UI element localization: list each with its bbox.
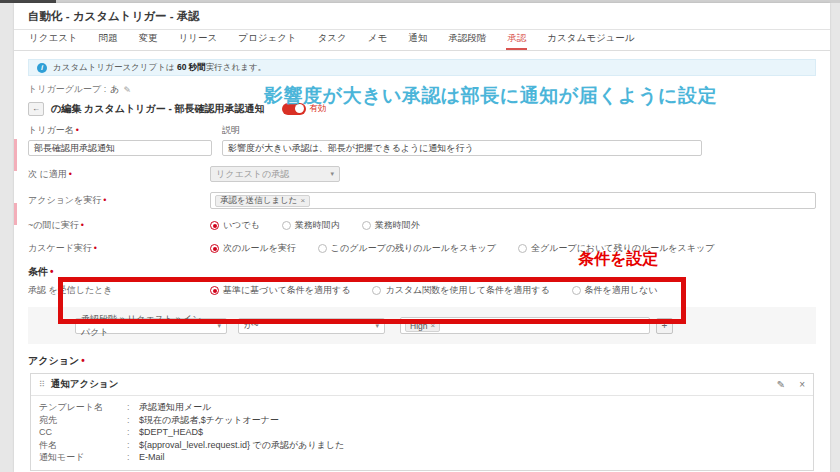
enabled-toggle-wrap: 有効	[282, 103, 327, 115]
action-detail-row: CC:$DEPT_HEAD$	[39, 426, 805, 439]
apply-to-select[interactable]: リクエストの承認 ▾	[210, 166, 340, 182]
radio-skip-group-rules[interactable]: このグループの残りのルールをスキップ	[318, 242, 496, 255]
tab-request[interactable]: リクエスト	[28, 28, 79, 50]
tab-approval[interactable]: 承認	[506, 28, 527, 50]
execute-during-label: ~の間に実行•	[28, 219, 210, 232]
required-marker: •	[94, 243, 97, 253]
execute-during-row: ~の間に実行• いつでも 業務時間内 業務時間外	[28, 219, 816, 232]
conditions-section-title: 条件•	[28, 265, 816, 279]
condition-when-label: 承認 を受信したとき	[28, 284, 210, 297]
edit-action-icon[interactable]: ✎	[777, 379, 785, 390]
action-card-header: ⠿ 通知アクション ✎ ×	[31, 374, 813, 396]
radio-no-condition[interactable]: 条件を適用しない	[572, 284, 658, 297]
tab-custom-module[interactable]: カスタムモジュール	[546, 28, 635, 50]
trigger-name-label: トリガー名•	[28, 124, 212, 137]
execute-during-options: いつでも 業務時間内 業務時間外	[210, 219, 420, 232]
required-marker: •	[103, 195, 106, 205]
radio-criteria-based[interactable]: 基準に基づいて条件を適用する	[210, 284, 350, 297]
radio-dot	[518, 244, 527, 253]
description-input[interactable]: 影響度が大きい承認は、部長が把握できるように通知を行う	[222, 140, 702, 156]
radio-dot	[572, 286, 581, 295]
left-edge-marker	[14, 139, 17, 171]
chevron-down-icon: ▾	[217, 322, 221, 330]
left-edge-marker	[14, 203, 17, 225]
radio-skip-all-rules[interactable]: 全グループにおいて残りのルールをスキップ	[518, 242, 714, 255]
close-action-icon[interactable]: ×	[799, 379, 805, 390]
condition-field-value: 承認段階 » リクエスト » インパクト	[81, 313, 209, 339]
edit-bar: ← の編集 カスタムトリガー - 部長確認用承認通知 有効	[28, 100, 816, 117]
condition-operator-value: が~	[244, 319, 258, 332]
radio-non-business-hours[interactable]: 業務時間外	[362, 219, 420, 232]
page-header: 自動化 - カスタムトリガー - 承認	[14, 3, 830, 30]
enabled-toggle[interactable]	[282, 103, 306, 115]
condition-mode-options: 基準に基づいて条件を適用する カスタム関数を使用して条件を適用する 条件を適用し…	[210, 284, 657, 297]
required-marker: •	[50, 266, 54, 277]
action-detail-row: 件名:${approval_level.request.id} での承認がありま…	[39, 439, 805, 452]
main-panel: 自動化 - カスタムトリガー - 承認 リクエスト 問題 変更 リリース プロジ…	[14, 3, 830, 472]
condition-value-input[interactable]: High×	[400, 317, 650, 334]
radio-run-next-rule[interactable]: 次のルールを実行	[210, 242, 296, 255]
trigger-form: トリガー名• 部長確認用承認通知 説明 影響度が大きい承認は、部長が把握できるよ…	[14, 124, 830, 472]
trigger-group-value: あ	[110, 83, 119, 96]
info-icon: i	[37, 63, 47, 73]
condition-field-select[interactable]: 承認段階 » リクエスト » インパクト ▾	[75, 318, 227, 334]
description-label: 説明	[222, 124, 702, 137]
trigger-name-group: トリガー名• 部長確認用承認通知	[28, 124, 212, 156]
drag-handle-icon[interactable]: ⠿	[39, 380, 45, 389]
cascade-label: カスケード実行•	[28, 242, 210, 255]
radio-dot	[372, 286, 381, 295]
remove-tag-icon[interactable]: ×	[301, 196, 306, 205]
tab-project[interactable]: プロジェクト	[237, 28, 297, 50]
remove-tag-icon[interactable]: ×	[430, 321, 435, 330]
tab-task[interactable]: タスク	[317, 28, 348, 50]
action-card-body: テンプレート名:承認通知用メール 宛先:$現在の承認者,$チケットオーナー CC…	[31, 396, 813, 470]
radio-dot	[210, 221, 219, 230]
radio-dot	[210, 244, 219, 253]
trigger-group-row: トリガーグループ : あ ✎	[28, 83, 816, 96]
condition-row: 承認段階 » リクエスト » インパクト ▾ が~ ▾ High× +	[28, 307, 816, 344]
condition-operator-select[interactable]: が~ ▾	[238, 318, 385, 334]
tab-release[interactable]: リリース	[178, 28, 219, 50]
radio-dot	[210, 286, 219, 295]
notification-action-card: ⠿ 通知アクション ✎ × テンプレート名:承認通知用メール 宛先:$現在の承認…	[30, 373, 814, 471]
action-detail-row: テンプレート名:承認通知用メール	[39, 401, 805, 414]
required-marker: •	[81, 220, 84, 230]
name-description-row: トリガー名• 部長確認用承認通知 説明 影響度が大きい承認は、部長が把握できるよ…	[28, 124, 816, 156]
trigger-name-input[interactable]: 部長確認用承認通知	[28, 140, 212, 156]
cascade-options: 次のルールを実行 このグループの残りのルールをスキップ 全グループにおいて残りの…	[210, 242, 714, 255]
tab-notification[interactable]: 通知	[407, 28, 428, 50]
action-tag-chip: 承認を送信しました×	[215, 195, 310, 207]
radio-anytime[interactable]: いつでも	[210, 219, 260, 232]
required-marker: •	[81, 355, 85, 366]
info-banner-text: カスタムトリガースクリプトは 60 秒間実行されます。	[53, 62, 266, 74]
tab-problem[interactable]: 問題	[98, 28, 119, 50]
tab-bar: リクエスト 問題 変更 リリース プロジェクト タスク メモ 通知 承認段階 承…	[14, 30, 830, 51]
radio-dot	[282, 221, 291, 230]
apply-to-selected-value: リクエストの承認	[216, 168, 289, 181]
edit-trigger-group-icon[interactable]: ✎	[124, 85, 132, 95]
execute-action-input[interactable]: 承認を送信しました×	[210, 192, 816, 209]
tab-memo[interactable]: メモ	[367, 28, 388, 50]
radio-dot	[362, 221, 371, 230]
tab-approval-stages[interactable]: 承認段階	[447, 28, 487, 50]
add-condition-button[interactable]: +	[656, 318, 673, 334]
back-button[interactable]: ←	[28, 102, 44, 116]
condition-value-chip: High×	[405, 320, 440, 332]
enabled-toggle-label: 有効	[310, 103, 327, 115]
action-card-title: 通知アクション	[51, 378, 763, 391]
radio-business-hours[interactable]: 業務時間内	[282, 219, 340, 232]
page-title: 自動化 - カスタムトリガー - 承認	[28, 9, 816, 24]
tab-change[interactable]: 変更	[138, 28, 159, 50]
trigger-group-label: トリガーグループ :	[28, 83, 106, 96]
required-marker: •	[76, 125, 79, 135]
actions-section-title: アクション•	[28, 354, 816, 368]
info-banner: i カスタムトリガースクリプトは 60 秒間実行されます。	[28, 59, 816, 76]
trigger-edit-title: の編集 カスタムトリガー - 部長確認用承認通知	[51, 102, 265, 116]
chevron-down-icon: ▾	[330, 170, 334, 178]
radio-dot	[318, 244, 327, 253]
cascade-row: カスケード実行• 次のルールを実行 このグループの残りのルールをスキップ 全グル…	[28, 242, 816, 255]
chevron-down-icon: ▾	[375, 322, 379, 330]
apply-to-row: 次 に適用• リクエストの承認 ▾	[28, 166, 816, 182]
toggle-knob	[295, 104, 304, 113]
radio-custom-function[interactable]: カスタム関数を使用して条件を適用する	[372, 284, 549, 297]
